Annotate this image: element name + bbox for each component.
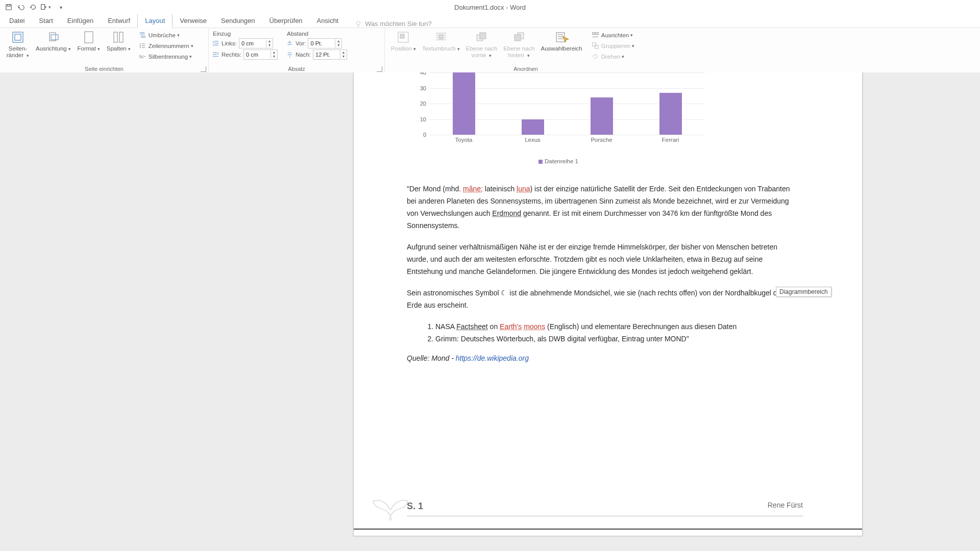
- y-tick: 20: [420, 101, 426, 107]
- svg-rect-10: [119, 32, 123, 42]
- title-bar: ▾ ▾ Dokument1.docx - Word: [0, 0, 980, 14]
- indent-left-label: Links:: [222, 40, 237, 46]
- document-body[interactable]: "Der Mond (mhd. mâne; lateinisch luna) i…: [407, 183, 793, 373]
- svg-rect-5: [15, 34, 21, 40]
- page-setup-launcher-icon[interactable]: [201, 66, 206, 72]
- orientation-button[interactable]: Ausrichtung▾: [33, 29, 74, 53]
- y-tick: 30: [420, 85, 426, 91]
- svg-point-3: [357, 21, 360, 24]
- svg-rect-18: [514, 35, 521, 41]
- indent-right-label: Rechts:: [222, 52, 241, 58]
- spacing-header: Abstand: [286, 30, 347, 37]
- x-tick: Porsche: [581, 137, 622, 143]
- hyphenation-button[interactable]: bcSilbentrennung▾: [137, 52, 195, 61]
- align-button[interactable]: Ausrichten▾: [590, 30, 637, 40]
- line-numbers-button[interactable]: Zeilennummern▾: [137, 41, 195, 51]
- bar[interactable]: [522, 119, 544, 135]
- breaks-button[interactable]: Umbrüche▾: [137, 30, 195, 40]
- tab-verweise[interactable]: Verweise: [173, 14, 214, 28]
- group-title-paragraph: Absatz: [209, 65, 384, 73]
- group-button[interactable]: Gruppieren▾: [590, 41, 637, 51]
- selection-pane-button[interactable]: Auswahlbereich: [538, 29, 585, 52]
- space-after-icon: [286, 51, 293, 59]
- group-title-arrange: Anordnen: [385, 65, 667, 73]
- svg-rect-9: [114, 32, 117, 42]
- svg-text:bc: bc: [139, 54, 144, 59]
- paragraph-1: "Der Mond (mhd. mâne; lateinisch luna) i…: [407, 183, 793, 232]
- svg-rect-0: [6, 5, 12, 10]
- legend-swatch-icon: [538, 160, 543, 164]
- bar[interactable]: [591, 97, 613, 135]
- group-page-setup: Seiten- ränder ▾ Ausrichtung▾ Format▾ Sp…: [0, 28, 209, 73]
- page-1: Datenreihe 1 010203040ToyotaLexusPorsche…: [353, 72, 863, 536]
- tab-sendungen[interactable]: Sendungen: [214, 14, 262, 28]
- window-title: Dokument1.docx - Word: [454, 4, 526, 11]
- footer-author: Rene Fürst: [768, 501, 803, 509]
- size-button[interactable]: Format▾: [74, 29, 104, 53]
- document-workspace[interactable]: Datenreihe 1 010203040ToyotaLexusPorsche…: [0, 72, 980, 551]
- margins-button[interactable]: Seiten- ränder ▾: [3, 29, 33, 59]
- tab-start[interactable]: Start: [32, 14, 60, 28]
- svg-rect-13: [400, 34, 404, 38]
- tab-entwurf[interactable]: Entwurf: [101, 14, 137, 28]
- space-after-label: Nach:: [296, 52, 311, 58]
- group-arrange: Position▾ Textumbruch▾ Ebene nach vorne …: [385, 28, 667, 73]
- rotate-button[interactable]: Drehen▾: [590, 52, 637, 61]
- tab-einfuegen[interactable]: Einfügen: [60, 14, 101, 28]
- x-tick: Lexus: [512, 137, 553, 143]
- y-tick: 40: [420, 72, 426, 76]
- svg-rect-14: [439, 35, 443, 39]
- tell-me-search[interactable]: Was möchten Sie tun?: [355, 20, 431, 28]
- tab-file[interactable]: Datei: [2, 14, 32, 28]
- wrap-button[interactable]: Textumbruch▾: [419, 29, 463, 53]
- x-tick: Toyota: [444, 137, 484, 143]
- chart-legend: Datenreihe 1: [407, 158, 710, 164]
- ref-1: NASA Factsheet on Earth's moons (Englisc…: [435, 320, 793, 333]
- ref-2: Grimm: Deutsches Wörterbuch, als DWB dig…: [435, 333, 793, 345]
- reference-list: NASA Factsheet on Earth's moons (Englisc…: [407, 320, 793, 345]
- space-before-icon: [286, 40, 293, 47]
- svg-rect-23: [595, 45, 598, 49]
- y-tick: 0: [423, 132, 426, 138]
- ribbon-tabs: Datei Start Einfügen Entwurf Layout Verw…: [0, 14, 980, 28]
- tell-me-placeholder: Was möchten Sie tun?: [365, 20, 431, 28]
- chart[interactable]: Datenreihe 1 010203040ToyotaLexusPorsche…: [407, 72, 710, 165]
- columns-button[interactable]: Spalten▾: [104, 29, 134, 53]
- undo-icon[interactable]: [15, 2, 27, 13]
- bar[interactable]: [453, 72, 475, 135]
- bring-forward-button[interactable]: Ebene nach vorne ▾: [463, 29, 500, 59]
- legend-label: Datenreihe 1: [545, 158, 578, 164]
- source-line: Quelle: Mond - https://de.wikipedia.org: [407, 352, 793, 364]
- indent-right-input[interactable]: ▲▼: [243, 49, 278, 60]
- svg-rect-20: [593, 33, 595, 35]
- indent-left-icon: [212, 40, 219, 47]
- svg-rect-7: [51, 35, 58, 40]
- save-icon[interactable]: [3, 2, 14, 13]
- x-tick: Ferrari: [650, 137, 691, 143]
- position-button[interactable]: Position▾: [388, 29, 419, 53]
- svg-rect-4: [13, 32, 23, 42]
- svg-rect-1: [7, 5, 10, 7]
- svg-rect-22: [593, 43, 596, 46]
- svg-rect-21: [596, 33, 598, 35]
- butterfly-deco-icon: [370, 491, 411, 521]
- space-before-input[interactable]: ▲▼: [308, 38, 342, 48]
- tab-layout[interactable]: Layout: [137, 14, 173, 28]
- lightbulb-icon: [355, 20, 362, 28]
- bar[interactable]: [659, 93, 682, 135]
- ribbon: Seiten- ränder ▾ Ausrichtung▾ Format▾ Sp…: [0, 28, 980, 73]
- svg-rect-2: [41, 5, 45, 10]
- source-link[interactable]: https://de.wikipedia.org: [456, 354, 529, 362]
- qat-customize-icon[interactable]: ▾: [55, 2, 66, 13]
- svg-rect-16: [480, 33, 486, 39]
- space-after-input[interactable]: ▲▼: [313, 49, 347, 60]
- tab-ansicht[interactable]: Ansicht: [310, 14, 346, 28]
- indent-right-icon: [212, 51, 219, 59]
- doc-dropdown-icon[interactable]: ▾: [40, 2, 51, 13]
- paragraph-launcher-icon[interactable]: [377, 66, 382, 72]
- indent-left-input[interactable]: ▲▼: [239, 38, 273, 48]
- repeat-icon[interactable]: [28, 2, 39, 13]
- send-backward-button[interactable]: Ebene nach hinten ▾: [500, 29, 537, 59]
- tab-ueberpruefen[interactable]: Überprüfen: [262, 14, 310, 28]
- paragraph-3: Sein astronomisches Symbol ☾ ist die abn…: [407, 287, 793, 311]
